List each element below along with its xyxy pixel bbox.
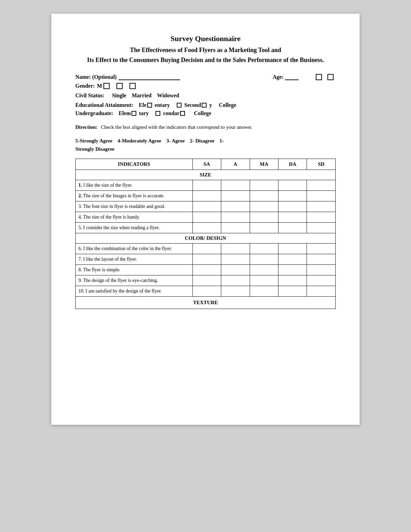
name-age-row: Name: (Optional) Age: (75, 74, 336, 80)
row4-ma[interactable] (250, 212, 278, 222)
survey-table: INDICATORS SA A MA DA SD SIZE 1. I like … (75, 159, 336, 309)
table-row: 7. I like the layout of the flyer. (76, 254, 336, 264)
row3-da[interactable] (278, 201, 307, 212)
ugrad-elem-label2: tary (139, 110, 149, 116)
indicator-4: 4. The size of the flyer is handy. (76, 212, 193, 222)
row4-da[interactable] (278, 212, 307, 222)
row10-ma[interactable] (250, 286, 278, 296)
row7-ma[interactable] (250, 254, 278, 264)
ugrad-sec-checkbox[interactable] (155, 111, 160, 116)
row3-sd[interactable] (307, 201, 336, 212)
size-section-header: SIZE (76, 170, 336, 180)
row5-da[interactable] (278, 222, 307, 233)
gender-m-checkbox[interactable] (103, 83, 110, 89)
row9-a[interactable] (221, 275, 250, 286)
edu-sec-label: Second (184, 102, 201, 108)
row2-sa[interactable] (192, 190, 221, 201)
row9-da[interactable] (278, 275, 307, 286)
row2-ma[interactable] (250, 190, 278, 201)
married-label: Married (132, 92, 152, 99)
table-row: 1. I like the size of the flyer. (76, 180, 336, 190)
row8-a[interactable] (221, 264, 250, 275)
row2-sd[interactable] (307, 190, 336, 201)
row3-sa[interactable] (192, 201, 221, 212)
indicator-10: 10. I am satisfied by the design of the … (76, 286, 193, 296)
row2-da[interactable] (278, 190, 307, 201)
widowed-label: Widowed (157, 92, 179, 99)
direction-label: Direction: (75, 124, 98, 130)
edu-sec-checkbox[interactable] (177, 103, 182, 108)
row10-da[interactable] (278, 286, 307, 296)
edu-elem-checkbox[interactable] (147, 103, 152, 108)
row6-a[interactable] (221, 243, 250, 254)
row9-sa[interactable] (192, 275, 221, 286)
age-field[interactable] (285, 74, 299, 80)
row2-a[interactable] (221, 190, 250, 201)
row3-ma[interactable] (250, 201, 278, 212)
edu-elementary: Ele entary (139, 102, 170, 108)
row8-da[interactable] (278, 264, 307, 275)
indicator-6: 6. I like the combination of the color i… (76, 243, 193, 254)
undergrad-secondary: condar (155, 110, 187, 116)
edu-secondary: Second y (177, 102, 212, 108)
row9-ma[interactable] (250, 275, 278, 286)
checkbox1[interactable] (316, 74, 322, 80)
row7-a[interactable] (221, 254, 250, 264)
scale-text: 5-Strongly Agree 4-Moderately Agree 3- A… (75, 138, 224, 152)
row1-sa[interactable] (192, 180, 221, 190)
row4-a[interactable] (221, 212, 250, 222)
indicator-9: 9. The design of the flyer is eye-catchi… (76, 275, 193, 286)
row10-sa[interactable] (192, 286, 221, 296)
edu-college: College (219, 102, 236, 108)
row1-ma[interactable] (250, 180, 278, 190)
row6-sd[interactable] (307, 243, 336, 254)
name-field[interactable] (119, 74, 180, 80)
row8-ma[interactable] (250, 264, 278, 275)
name-part: Name: (Optional) (75, 74, 273, 80)
ugrad-college-label: College (194, 110, 211, 116)
row7-da[interactable] (278, 254, 307, 264)
sd-header: SD (307, 159, 336, 170)
row5-sa[interactable] (192, 222, 221, 233)
page: Survey Questionnaire The Effectiveness o… (51, 14, 360, 425)
row7-sa[interactable] (192, 254, 221, 264)
row8-sa[interactable] (192, 264, 221, 275)
table-row: 9. The design of the flyer is eye-catchi… (76, 275, 336, 286)
row1-sd[interactable] (307, 180, 336, 190)
row5-a[interactable] (221, 222, 250, 233)
gender-f-checkbox[interactable] (116, 83, 123, 89)
row5-ma[interactable] (250, 222, 278, 233)
row1-da[interactable] (278, 180, 307, 190)
table-row: 5. I consider the size when reading a fl… (76, 222, 336, 233)
scale-section: 5-Strongly Agree 4-Moderately Agree 3- A… (75, 137, 336, 153)
edu-sec-checkbox2[interactable] (202, 103, 207, 108)
name-label: Name: (Optional) (75, 74, 116, 80)
row9-sd[interactable] (307, 275, 336, 286)
da-header: DA (278, 159, 307, 170)
edu-sec-label2: y (209, 102, 212, 108)
civil-status-row: Civil Status: Single Married Widowed (75, 92, 336, 99)
row1-a[interactable] (221, 180, 250, 190)
gender-other-checkbox[interactable] (129, 83, 136, 89)
row4-sa[interactable] (192, 212, 221, 222)
ugrad-sec-checkbox2[interactable] (180, 111, 185, 116)
table-row: 3. The font size in flyer is readable an… (76, 201, 336, 212)
row6-sa[interactable] (192, 243, 221, 254)
row7-sd[interactable] (307, 254, 336, 264)
row6-da[interactable] (278, 243, 307, 254)
row3-a[interactable] (221, 201, 250, 212)
row8-sd[interactable] (307, 264, 336, 275)
texture-label: TEXTURE (76, 296, 336, 309)
row10-a[interactable] (221, 286, 250, 296)
edu-elem-label2: entary (155, 102, 170, 108)
age-part: Age: (273, 74, 309, 80)
checkbox2[interactable] (327, 74, 334, 80)
subtitle1: The Effectiveness of Food Flyers as a Ma… (75, 47, 336, 54)
ugrad-elem-checkbox[interactable] (132, 111, 136, 116)
row6-ma[interactable] (250, 243, 278, 254)
row5-sd[interactable] (307, 222, 336, 233)
row10-sd[interactable] (307, 286, 336, 296)
indicator-2: 2. The size of the Images in flyer is ac… (76, 190, 193, 201)
row4-sd[interactable] (307, 212, 336, 222)
direction-text: Check the box aligned with the indicator… (101, 124, 252, 130)
